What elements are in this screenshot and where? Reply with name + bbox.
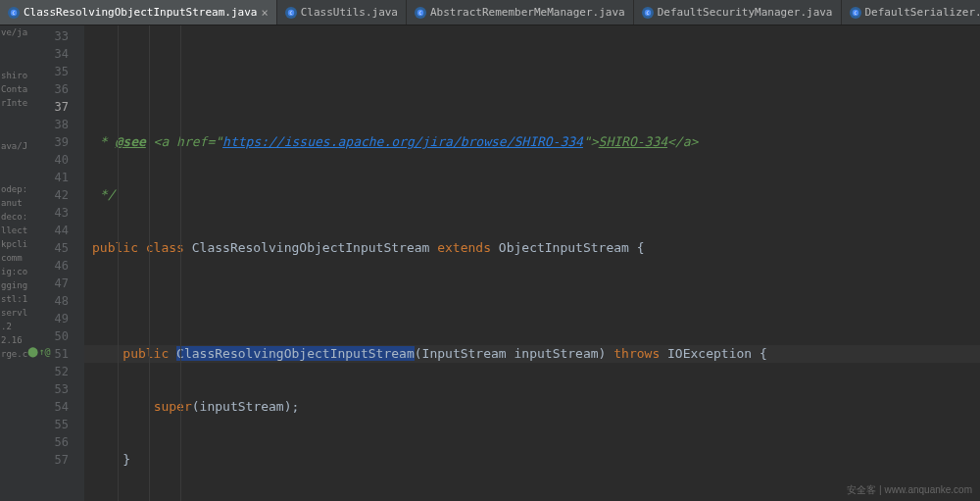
override-icon[interactable]: ⬤↑@ (27, 343, 50, 361)
rail-item[interactable]: odep: (0, 182, 27, 196)
editor-tab-bar: C ClassResolvingObjectInputStream.java ×… (0, 0, 980, 25)
main-area: ve/java/c shiro Conta rInteg ava/J odep:… (0, 25, 980, 501)
rail-item[interactable]: stl:1. (0, 292, 27, 306)
tab-file[interactable]: C AbstractRememberMeManager.java (407, 0, 634, 25)
rail-item[interactable]: ava/J (0, 139, 27, 153)
rail-item[interactable]: ig:co (0, 265, 27, 278)
tab-file[interactable]: C ClassUtils.java (277, 0, 407, 25)
rail-item[interactable]: shiro (0, 69, 27, 82)
project-rail: ve/java/c shiro Conta rInteg ava/J odep:… (0, 25, 27, 501)
java-class-icon: C (415, 7, 426, 19)
code-content[interactable]: * @see <a href="https://issues.apache.or… (84, 25, 980, 501)
rail-item[interactable]: anut (0, 196, 27, 210)
watermark: 安全客 | www.anquanke.com (847, 483, 972, 497)
rail-item[interactable]: Conta (0, 82, 27, 96)
rail-item[interactable]: servl (0, 306, 27, 320)
gutter-icons: ⬤↑@ (29, 25, 49, 467)
line-number-gutter: ⬤↑@ 333435363738394041424344454647484950… (27, 25, 84, 501)
ide-root: C ClassResolvingObjectInputStream.java ×… (0, 0, 980, 501)
tab-label: ClassUtils.java (301, 6, 398, 19)
tab-file[interactable]: C DefaultSecurityManager.java (634, 0, 842, 25)
java-class-icon: C (850, 7, 861, 19)
rail-item[interactable]: deco: (0, 210, 27, 224)
svg-text:C: C (854, 10, 857, 15)
tab-label: DefaultSerializer.java (865, 6, 981, 19)
java-class-icon: C (285, 7, 297, 19)
svg-text:C: C (646, 10, 649, 15)
svg-text:C: C (13, 10, 16, 15)
tab-label: ClassResolvingObjectInputStream.java (24, 6, 257, 19)
tab-label: AbstractRememberMeManager.java (430, 6, 625, 19)
rail-item[interactable]: rge.c (0, 347, 27, 361)
rail-item[interactable]: kpclie (0, 237, 27, 251)
tab-file-active[interactable]: C ClassResolvingObjectInputStream.java × (0, 0, 277, 25)
rail-item[interactable]: rInteg (0, 96, 27, 110)
svg-text:C: C (419, 10, 422, 15)
close-icon[interactable]: × (261, 6, 268, 20)
tab-label: DefaultSecurityManager.java (658, 6, 833, 19)
rail-item[interactable]: 2.16 (0, 333, 27, 347)
java-class-icon: C (642, 7, 654, 19)
rail-item[interactable]: ve/java/c (0, 25, 27, 39)
rail-item[interactable]: gging (0, 278, 27, 292)
java-class-icon: C (8, 7, 20, 19)
svg-text:C: C (289, 10, 292, 15)
rail-item[interactable]: comm (0, 251, 27, 265)
rail-item[interactable]: llecti (0, 224, 27, 237)
tab-file[interactable]: C DefaultSerializer.java (842, 0, 981, 25)
code-editor[interactable]: ⬤↑@ 333435363738394041424344454647484950… (27, 25, 980, 501)
rail-item[interactable]: .2 (0, 320, 27, 333)
